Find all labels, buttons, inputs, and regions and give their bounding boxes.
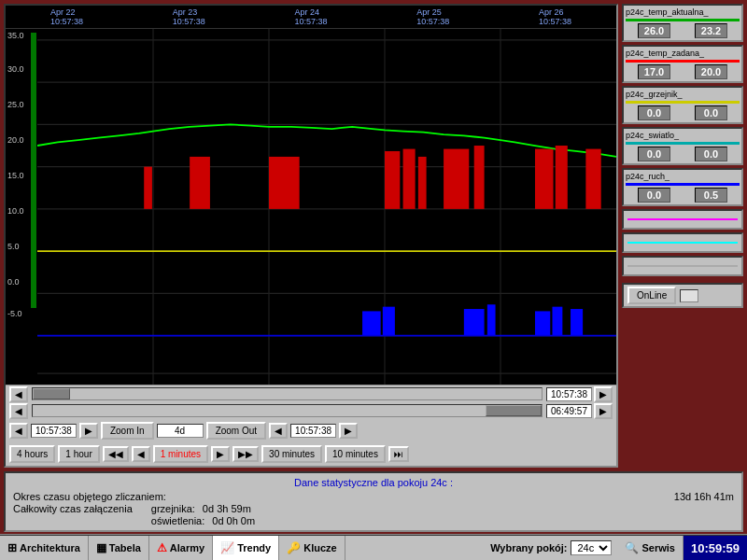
- sensor-val-0-1: 26.0: [638, 23, 670, 38]
- y-label-25: 25.0: [7, 100, 24, 109]
- scroll-left-1[interactable]: ◀: [9, 386, 28, 402]
- nav-table-label: Tabela: [109, 542, 141, 553]
- service-icon: 🔍: [625, 541, 639, 554]
- nav-trendy[interactable]: 📈 Trendy: [213, 536, 279, 560]
- room-select[interactable]: 24c: [571, 540, 612, 555]
- room-label: Wybrany pokój:: [490, 542, 567, 553]
- svg-rect-29: [535, 311, 550, 335]
- period-display: 4d: [157, 424, 204, 438]
- svg-rect-16: [269, 157, 300, 209]
- stats-light-val: 0d 0h 0m: [212, 515, 255, 526]
- nav-alarmy[interactable]: ⚠ Alarmy: [149, 536, 213, 560]
- time-back-btn[interactable]: ◀: [269, 423, 288, 439]
- y-label-n5: -5.0: [7, 309, 22, 318]
- svg-rect-17: [385, 151, 400, 209]
- chart-area: 35.0 30.0 25.0 20.0 15.0 10.0 5.0 0.0 -5…: [6, 29, 616, 385]
- nav-serwis[interactable]: 🔍 Serwis: [617, 536, 683, 560]
- color-line-2: [627, 265, 738, 267]
- sensor-val-3-1: 0.0: [638, 147, 670, 161]
- time-display-4: 10:57:38: [290, 424, 336, 438]
- trend-icon: 📈: [220, 541, 234, 554]
- sensor-bar-1: [626, 60, 740, 63]
- svg-rect-27: [464, 309, 485, 336]
- stats-total-row: Całkowity czas załączenia grzejnika: 0d …: [13, 503, 734, 526]
- nav-tabela[interactable]: ▦ Tabela: [89, 536, 149, 560]
- color-box-2: [622, 256, 743, 276]
- scroll-right-2[interactable]: ▶: [594, 403, 613, 419]
- sensor-val-3-2: 0.0: [695, 147, 727, 161]
- svg-rect-15: [190, 157, 210, 209]
- skip-end[interactable]: ⏭: [388, 446, 409, 462]
- svg-rect-21: [474, 146, 485, 209]
- nav-klucze[interactable]: 🔑 Klucze: [279, 536, 345, 560]
- nav-architektura[interactable]: ⊞ Architektura: [0, 536, 89, 560]
- right-panel: p24c_temp_aktualna_ 26.0 23.2 p24c_temp_…: [622, 4, 743, 468]
- zoom-out-btn[interactable]: Zoom Out: [206, 422, 266, 440]
- y-label-0: 0.0: [7, 277, 20, 287]
- online-indicator: [680, 289, 698, 302]
- sensor-bar-4: [626, 183, 740, 186]
- sensor-val-4-2: 0.5: [695, 188, 727, 203]
- nav-trend-label: Trendy: [237, 542, 271, 553]
- stats-light-row: oświetlenia: 0d 0h 0m: [151, 515, 255, 526]
- svg-rect-23: [556, 146, 568, 209]
- svg-rect-14: [144, 167, 152, 209]
- time-display-bar: 10:59:59: [684, 536, 747, 560]
- stats-heater-label: grzejnika:: [151, 503, 195, 514]
- bottom-bar: ⊞ Architektura ▦ Tabela ⚠ Alarmy 📈 Trend…: [0, 534, 747, 560]
- selected-room: Wybrany pokój: 24c: [485, 536, 617, 560]
- scroll-right-1[interactable]: ▶: [594, 386, 613, 402]
- online-box: OnLine: [622, 283, 743, 308]
- time-prev-btn[interactable]: ◀: [9, 423, 28, 439]
- zoom-in-btn[interactable]: Zoom In: [101, 422, 154, 440]
- scroll-left-2[interactable]: ◀: [9, 403, 28, 419]
- sensor-val-1-1: 17.0: [638, 64, 670, 79]
- skip-back-far[interactable]: ◀◀: [103, 446, 129, 462]
- date-label-4: Apr 2610:57:38: [539, 7, 571, 26]
- svg-rect-28: [487, 304, 496, 335]
- chart-header: Apr 2210:57:38 Apr 2310:57:38 Apr 2410:5…: [6, 6, 616, 29]
- btn-10min[interactable]: 10 minutes: [325, 445, 386, 463]
- sensor-val-2-1: 0.0: [638, 105, 670, 120]
- skip-fwd[interactable]: ▶: [211, 446, 230, 462]
- svg-rect-22: [535, 149, 554, 209]
- btn-1min[interactable]: 1 minutes: [153, 445, 208, 463]
- sensor-box-2: p24c_grzejnik_ 0.0 0.0: [622, 86, 743, 124]
- scrollbar-1[interactable]: [32, 387, 543, 400]
- nav-alarm-label: Alarmy: [170, 542, 204, 553]
- date-label-0: Apr 2210:57:38: [50, 7, 83, 26]
- chart-panel: Apr 2210:57:38 Apr 2310:57:38 Apr 2410:5…: [4, 4, 618, 468]
- current-time: 10:59:59: [691, 541, 740, 555]
- svg-rect-19: [418, 157, 427, 209]
- stats-period-label: Okres czasu objętego zliczaniem:: [13, 491, 166, 502]
- btn-1hour[interactable]: 1 hour: [58, 445, 99, 463]
- stats-total-label: Całkowity czas załączenia: [13, 503, 133, 526]
- color-box-0: [622, 209, 743, 230]
- nav-service-label: Serwis: [641, 542, 674, 553]
- btn-4hours[interactable]: 4 hours: [9, 445, 55, 463]
- alarm-icon: ⚠: [157, 541, 167, 554]
- stats-period-row: Okres czasu objętego zliczaniem: 13d 16h…: [13, 491, 734, 502]
- sensor-label-3: p24c_swiatlo_: [626, 131, 740, 140]
- sensor-val-2-2: 0.0: [695, 105, 727, 120]
- stats-heater-val: 0d 3h 59m: [203, 503, 251, 514]
- stats-title: Dane statystyczne dla pokoju 24c :: [13, 477, 734, 488]
- time-fwd-btn[interactable]: ▶: [339, 423, 358, 439]
- sensor-box-3: p24c_swiatlo_ 0.0 0.0: [622, 127, 743, 165]
- online-button[interactable]: OnLine: [627, 287, 676, 304]
- skip-back[interactable]: ◀: [132, 446, 150, 462]
- date-label-2: Apr 2410:57:38: [294, 7, 327, 26]
- btn-30min[interactable]: 30 minutes: [261, 445, 322, 463]
- sensor-val-1-2: 20.0: [695, 64, 727, 79]
- svg-rect-25: [362, 311, 381, 335]
- scrollbar-2[interactable]: [32, 404, 543, 417]
- sensor-label-0: p24c_temp_aktualna_: [626, 7, 740, 17]
- sensor-box-1: p24c_temp_zadana_ 17.0 20.0: [622, 45, 743, 83]
- date-label-1: Apr 2310:57:38: [173, 7, 205, 26]
- y-label-5: 5.0: [7, 242, 20, 251]
- skip-fwd-far[interactable]: ▶▶: [233, 446, 259, 462]
- time-display-2: 06:49:57: [546, 404, 592, 418]
- time-next-btn[interactable]: ▶: [79, 423, 98, 439]
- svg-rect-20: [444, 149, 469, 209]
- svg-rect-31: [571, 309, 583, 336]
